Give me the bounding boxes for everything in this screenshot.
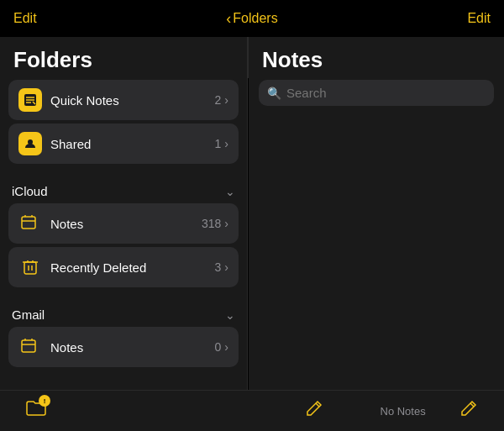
icloud-folder-group: Notes 318 › Re (0, 203, 247, 299)
folder-badge: ! (39, 395, 50, 407)
quick-notes-icon (18, 88, 42, 112)
top-nav: Edit ‹ Folders Edit (0, 0, 504, 37)
shared-item[interactable]: Shared 1 › (8, 124, 239, 164)
quick-notes-count: 2 (215, 93, 222, 107)
top-folder-group: Quick Notes 2 › Shared 1 › (0, 80, 247, 176)
gmail-folder-group: Notes 0 › (0, 327, 247, 379)
bottom-right-group: No Notes (364, 398, 488, 423)
svg-rect-15 (22, 340, 35, 352)
icloud-section-title: iCloud (12, 184, 48, 198)
back-button[interactable]: ‹ Folders (226, 10, 277, 28)
quick-notes-label: Quick Notes (50, 93, 215, 108)
svg-line-20 (470, 403, 474, 407)
main-content: Folders Quick Notes 2 › (0, 37, 504, 390)
shared-chevron-icon: › (224, 137, 228, 150)
no-notes-area (249, 114, 504, 390)
right-edit-button[interactable]: Edit (467, 11, 491, 26)
search-bar: 🔍 (259, 80, 494, 106)
new-note-bottom-icon[interactable] (459, 398, 479, 423)
shared-count: 1 (215, 137, 222, 150)
recently-deleted-item[interactable]: Recently Deleted 3 › (8, 247, 239, 287)
no-notes-label: No Notes (381, 405, 426, 418)
icloud-chevron-icon[interactable]: ⌄ (225, 185, 235, 198)
tags-section-header: Tags ⌄ (0, 379, 247, 390)
back-label: Folders (233, 11, 277, 26)
notes-gmail-count: 0 (215, 340, 222, 354)
recently-deleted-chevron-icon: › (224, 260, 228, 274)
notes-gmail-chevron-icon: › (224, 340, 228, 354)
search-input[interactable] (286, 86, 486, 100)
shared-label: Shared (50, 137, 215, 151)
svg-line-19 (316, 403, 319, 407)
gmail-chevron-icon[interactable]: ⌄ (225, 308, 235, 322)
bottom-bar: ! No Notes (0, 390, 504, 431)
back-chevron-icon: ‹ (226, 10, 231, 28)
compose-bottom-icon[interactable] (304, 398, 324, 423)
quick-notes-item[interactable]: Quick Notes 2 › (8, 80, 239, 120)
recently-deleted-icon (18, 255, 42, 279)
icloud-section: iCloud ⌄ Notes 318 › (0, 176, 247, 299)
recently-deleted-count: 3 (215, 260, 222, 274)
notes-icloud-count: 318 (202, 217, 221, 230)
svg-rect-5 (22, 217, 35, 229)
tags-section: Tags ⌄ All Tags #AandavanKattalai (0, 379, 247, 390)
notes-gmail-label: Notes (50, 340, 215, 355)
left-panel: Folders Quick Notes 2 › (0, 37, 248, 390)
notes-gmail-icon (18, 335, 42, 359)
right-panel: Notes 🔍 (249, 37, 504, 390)
bottom-center (265, 398, 364, 423)
gmail-section: Gmail ⌄ Notes 0 › (0, 299, 247, 379)
quick-notes-chevron-icon: › (224, 93, 228, 107)
svg-rect-9 (24, 262, 36, 274)
gmail-section-title: Gmail (12, 307, 45, 322)
left-edit-button[interactable]: Edit (13, 11, 37, 26)
recently-deleted-label: Recently Deleted (50, 260, 215, 275)
shared-icon (18, 132, 42, 155)
bottom-left: ! (17, 398, 265, 423)
notes-icloud-icon (18, 212, 42, 235)
gmail-section-header: Gmail ⌄ (0, 299, 247, 327)
icloud-section-header: iCloud ⌄ (0, 176, 247, 203)
notes-icloud-item[interactable]: Notes 318 › (8, 203, 239, 244)
search-icon: 🔍 (267, 87, 281, 100)
notes-gmail-item[interactable]: Notes 0 › (8, 327, 239, 367)
folders-bottom-icon[interactable]: ! (25, 398, 47, 423)
notes-icloud-chevron-icon: › (224, 217, 228, 230)
notes-icloud-label: Notes (50, 217, 202, 231)
folders-title: Folders (0, 37, 247, 80)
notes-title: Notes (249, 37, 504, 80)
